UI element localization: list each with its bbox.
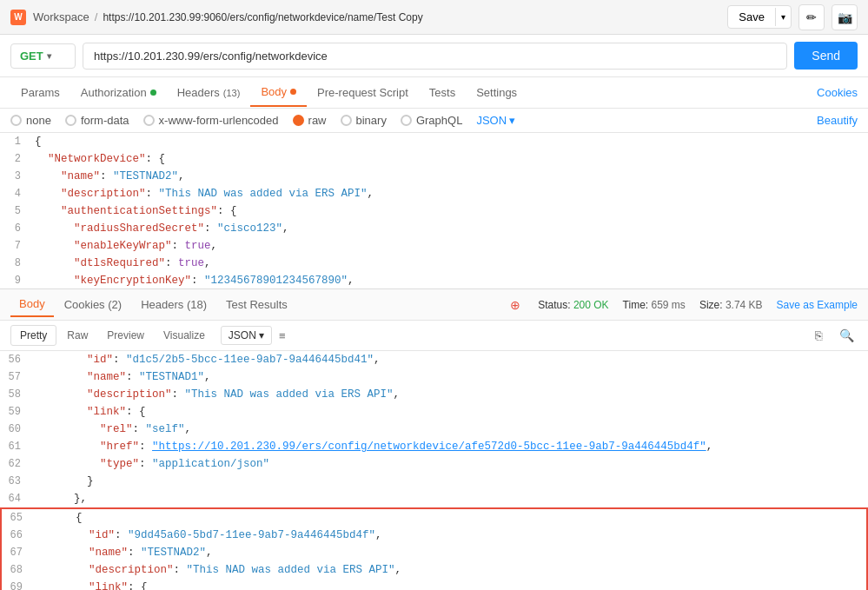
- breadcrumb-url: https://10.201.230.99:9060/ers/config/ne…: [103, 11, 422, 23]
- req-line-8: 8 "dtlsRequired": true,: [0, 255, 868, 272]
- tab-tests[interactable]: Tests: [419, 79, 466, 106]
- view-preview[interactable]: Preview: [98, 326, 153, 345]
- resp-tab-body[interactable]: Body: [10, 292, 54, 317]
- json-line-56: 56 "id": "d1c5/2b5-5bcc-11ee-9ab7-9a4464…: [0, 351, 868, 368]
- search-icon-button[interactable]: 🔍: [835, 324, 858, 347]
- binary-radio[interactable]: [341, 115, 352, 126]
- workspace-icon: W: [10, 10, 26, 25]
- req-line-9: 9 "keyEncryptionKey": "12345678901234567…: [0, 272, 868, 289]
- json-arrow-icon: ▾: [259, 329, 264, 341]
- request-body-editor[interactable]: 1 { 2 "NetworkDevice": { 3 "name": "TEST…: [0, 133, 868, 289]
- copy-icon-button[interactable]: ⎘: [807, 324, 830, 347]
- top-actions: Save ▾ ✏ 📷: [727, 4, 858, 30]
- status-label: Status: 200 OK: [538, 299, 608, 311]
- json-line-68: 68 "description": "This NAD was added vi…: [0, 561, 868, 579]
- workspace-label[interactable]: Workspace: [33, 10, 89, 23]
- json-line-64: 64 },: [0, 490, 868, 507]
- req-line-7: 7 "enableKeyWrap": true,: [0, 237, 868, 255]
- format-urlencoded[interactable]: x-www-form-urlencoded: [143, 114, 279, 127]
- json-line-62: 62 "type": "application/json": [0, 455, 868, 473]
- status-value: 200 OK: [573, 299, 609, 311]
- send-button[interactable]: Send: [794, 42, 858, 70]
- top-bar: W Workspace / https://10.201.230.99:9060…: [0, 0, 868, 35]
- method-label: GET: [20, 50, 43, 63]
- save-button[interactable]: Save: [728, 6, 775, 28]
- urlencoded-radio[interactable]: [143, 115, 155, 126]
- response-tabs: Body Cookies (2) Headers (18) Test Resul…: [10, 292, 296, 317]
- breadcrumb: Workspace / https://10.201.230.99:9060/e…: [33, 10, 720, 23]
- tab-params[interactable]: Params: [10, 79, 70, 106]
- authorization-dot: [150, 89, 156, 96]
- tab-body[interactable]: Body: [250, 78, 307, 107]
- req-line-2: 2 "NetworkDevice": {: [0, 150, 868, 168]
- viewer-actions: ⎘ 🔍: [807, 324, 858, 347]
- save-example-button[interactable]: Save as Example: [777, 299, 858, 311]
- tab-headers[interactable]: Headers (13): [167, 79, 251, 106]
- json-line-59: 59 "link": {: [0, 403, 868, 421]
- json-line-69: 69 "link": {: [0, 579, 868, 590]
- url-bar: GET ▾ Send: [0, 35, 868, 77]
- graphql-radio[interactable]: [401, 115, 412, 126]
- json-line-66: 66 "id": "9dd45a60-5bd7-11ee-9ab7-9a4464…: [0, 527, 868, 544]
- beautify-button[interactable]: Beautify: [817, 114, 858, 127]
- format-none[interactable]: none: [10, 114, 51, 127]
- form-data-radio[interactable]: [65, 115, 76, 126]
- format-graphql[interactable]: GraphQL: [401, 114, 462, 127]
- json-line-61: 61 "href": "https://10.201.230.99/ers/co…: [0, 438, 868, 455]
- url-input[interactable]: [83, 43, 787, 70]
- tab-settings[interactable]: Settings: [466, 79, 527, 106]
- save-dropdown-button[interactable]: ▾: [775, 8, 791, 26]
- none-radio[interactable]: [10, 115, 22, 126]
- json-format-select[interactable]: JSON ▾: [476, 114, 515, 127]
- tab-authorization[interactable]: Authorization: [70, 79, 167, 106]
- json-line-63: 63 }: [0, 473, 868, 490]
- req-line-1: 1 {: [0, 133, 868, 150]
- method-select[interactable]: GET ▾: [10, 43, 76, 69]
- json-line-67: 67 "name": "TESTNAD2",: [0, 544, 868, 561]
- response-format-select[interactable]: JSON ▾: [221, 326, 272, 345]
- req-line-4: 4 "description": "This NAD was added via…: [0, 185, 868, 202]
- view-pretty[interactable]: Pretty: [10, 325, 56, 346]
- view-raw[interactable]: Raw: [58, 326, 96, 345]
- resp-tab-headers[interactable]: Headers (18): [132, 293, 215, 316]
- json-format-arrow: ▾: [509, 114, 515, 127]
- req-line-3: 3 "name": "TESTNAD2",: [0, 168, 868, 185]
- breadcrumb-sep: /: [95, 10, 98, 23]
- resp-tab-cookies[interactable]: Cookies (2): [56, 293, 130, 316]
- body-dot: [290, 89, 296, 95]
- camera-icon-button[interactable]: 📷: [832, 4, 858, 30]
- format-raw[interactable]: raw: [293, 114, 327, 127]
- body-format-row: none form-data x-www-form-urlencoded raw…: [0, 109, 868, 133]
- response-body[interactable]: 56 "id": "d1c5/2b5-5bcc-11ee-9ab7-9a4464…: [0, 351, 868, 590]
- view-visualize[interactable]: Visualize: [155, 326, 214, 345]
- status-icon: ⊕: [510, 298, 520, 312]
- raw-radio[interactable]: [293, 115, 304, 126]
- size-info: Size: 3.74 KB: [699, 299, 763, 311]
- time-info: Time: 659 ms: [623, 299, 686, 311]
- json-line-65: 65 {: [0, 507, 868, 527]
- response-bar: Body Cookies (2) Headers (18) Test Resul…: [0, 289, 868, 321]
- req-line-5: 5 "authenticationSettings": {: [0, 202, 868, 220]
- resp-tab-test-results[interactable]: Test Results: [217, 293, 296, 316]
- json-line-58: 58 "description": "This NAD was added vi…: [0, 386, 868, 403]
- cookies-link[interactable]: Cookies: [817, 86, 858, 99]
- json-line-57: 57 "name": "TESTNAD1",: [0, 368, 868, 386]
- pencil-icon-button[interactable]: ✏: [798, 4, 825, 30]
- filter-icon[interactable]: ≡: [279, 329, 286, 342]
- viewer-bar: Pretty Raw Preview Visualize JSON ▾ ≡ ⎘ …: [0, 321, 868, 351]
- status-info: ⊕ Status: 200 OK Time: 659 ms Size: 3.74…: [510, 298, 858, 312]
- request-tabs: Params Authorization Headers (13) Body P…: [0, 77, 868, 109]
- tab-pre-request[interactable]: Pre-request Script: [307, 79, 419, 106]
- method-arrow-icon: ▾: [47, 51, 51, 61]
- req-line-6: 6 "radiusSharedSecret": "cisco123",: [0, 220, 868, 237]
- json-line-60: 60 "rel": "self",: [0, 421, 868, 438]
- format-binary[interactable]: binary: [341, 114, 387, 127]
- format-form-data[interactable]: form-data: [65, 114, 129, 127]
- save-button-group[interactable]: Save ▾: [727, 5, 792, 29]
